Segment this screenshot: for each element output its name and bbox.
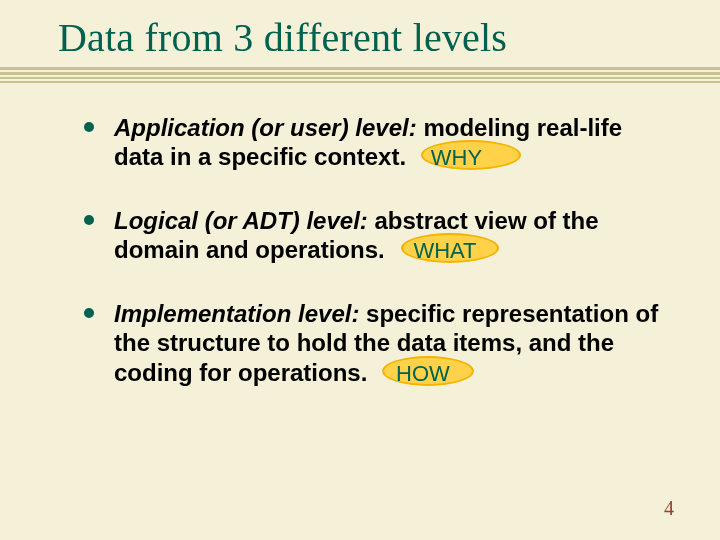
item-label: Logical (or ADT) level: <box>114 207 368 234</box>
callout-text: WHAT <box>413 238 476 263</box>
bullet-icon <box>84 308 94 318</box>
page-number: 4 <box>664 497 674 520</box>
callout-text: HOW <box>396 361 450 386</box>
callout-oval: WHY <box>431 145 482 172</box>
list-item: Application (or user) level: modeling re… <box>84 113 660 172</box>
bullet-icon <box>84 215 94 225</box>
slide-body: Application (or user) level: modeling re… <box>0 85 720 388</box>
item-label: Application (or user) level: <box>114 114 417 141</box>
callout-text: WHY <box>431 145 482 170</box>
bullet-icon <box>84 122 94 132</box>
callout-oval: WHAT <box>413 238 476 265</box>
item-label: Implementation level: <box>114 300 359 327</box>
title-underline <box>0 67 720 83</box>
list-item: Logical (or ADT) level: abstract view of… <box>84 206 660 265</box>
slide-title: Data from 3 different levels <box>0 0 720 65</box>
list-item: Implementation level: specific represent… <box>84 299 660 387</box>
callout-oval: HOW <box>396 361 450 388</box>
